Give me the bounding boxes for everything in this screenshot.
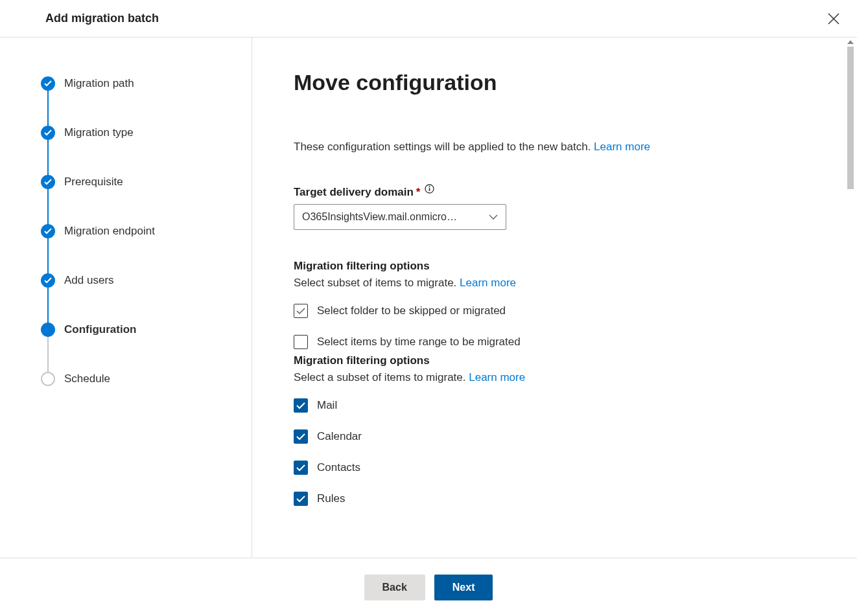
dialog-title: Add migration batch [45,12,159,25]
step-migration-endpoint[interactable]: Migration endpoint [41,224,252,273]
checkbox-time-range[interactable]: Select items by time range to be migrate… [294,335,816,349]
step-completed-icon [41,126,55,140]
step-schedule[interactable]: Schedule [41,372,252,386]
checkbox-icon[interactable] [294,398,308,413]
wizard-stepper-sidebar: Migration path Migration type Prerequisi… [0,38,252,558]
step-label: Migration type [64,126,134,140]
learn-more-link[interactable]: Learn more [460,277,516,289]
next-button[interactable]: Next [434,575,493,600]
step-add-users[interactable]: Add users [41,273,252,323]
step-completed-icon [41,273,55,288]
svg-point-1 [428,186,430,187]
close-icon [828,13,839,25]
checkbox-calendar[interactable]: Calendar [294,429,816,444]
target-domain-label: Target delivery domain * [294,186,816,199]
step-label: Migration endpoint [64,224,155,238]
target-domain-dropdown[interactable]: O365InsightsView.mail.onmicro… [294,204,506,230]
step-completed-icon [41,224,55,238]
checkbox-contacts[interactable]: Contacts [294,461,816,475]
step-upcoming-icon [41,372,55,386]
checkbox-label: Select folder to be skipped or migrated [317,304,506,317]
checkbox-mail[interactable]: Mail [294,398,816,413]
step-migration-type[interactable]: Migration type [41,126,252,175]
filter-section-title-2: Migration filtering options [294,354,816,367]
dialog-header: Add migration batch [0,0,857,38]
required-asterisk: * [416,186,421,199]
step-migration-path[interactable]: Migration path [41,76,252,126]
dropdown-value: O365InsightsView.mail.onmicro… [302,211,457,223]
svg-rect-2 [429,188,430,191]
checkbox-label: Rules [317,492,345,505]
page-heading: Move configuration [294,70,816,95]
wizard-stepper: Migration path Migration type Prerequisi… [41,76,252,386]
checkbox-icon[interactable] [294,492,308,506]
scrollbar[interactable] [845,38,856,558]
checkbox-icon[interactable] [294,461,308,475]
checkbox-folder-skip[interactable]: Select folder to be skipped or migrated [294,304,816,318]
step-label: Schedule [64,372,110,386]
filter-section-desc-2: Select a subset of items to migrate. Lea… [294,371,816,384]
learn-more-link[interactable]: Learn more [469,371,525,383]
scrollbar-arrow-up-icon[interactable] [847,40,854,44]
checkbox-label: Contacts [317,461,360,474]
checkbox-icon[interactable] [294,429,308,444]
filter-desc-text-2: Select a subset of items to migrate. [294,371,469,383]
intro-text: These configuration settings will be app… [294,141,816,154]
checkbox-icon[interactable] [294,304,308,318]
info-icon[interactable] [424,183,434,194]
main-panel: Move configuration These configuration s… [252,38,857,558]
back-button[interactable]: Back [364,575,425,600]
step-completed-icon [41,76,55,91]
scrollbar-thumb[interactable] [847,47,854,189]
step-completed-icon [41,175,55,189]
step-label: Prerequisite [64,175,123,189]
step-prerequisite[interactable]: Prerequisite [41,175,252,224]
field-label-text: Target delivery domain [294,186,414,199]
checkbox-rules[interactable]: Rules [294,492,816,506]
checkbox-label: Mail [317,399,337,412]
checkbox-icon[interactable] [294,335,308,349]
intro-text-body: These configuration settings will be app… [294,141,594,153]
checkbox-label: Select items by time range to be migrate… [317,336,521,348]
wizard-footer: Back Next [0,558,857,616]
checkbox-label: Calendar [317,430,362,443]
chevron-down-icon [489,214,498,220]
filter-desc-text: Select subset of items to migrate. [294,277,460,289]
step-label: Configuration [64,323,136,337]
learn-more-link[interactable]: Learn more [594,141,650,153]
step-label: Add users [64,273,114,288]
filter-section-title: Migration filtering options [294,260,816,273]
step-label: Migration path [64,76,134,91]
step-configuration[interactable]: Configuration [41,323,252,372]
step-current-icon [41,323,55,337]
filter-section-desc: Select subset of items to migrate. Learn… [294,277,816,290]
close-button[interactable] [826,11,841,27]
